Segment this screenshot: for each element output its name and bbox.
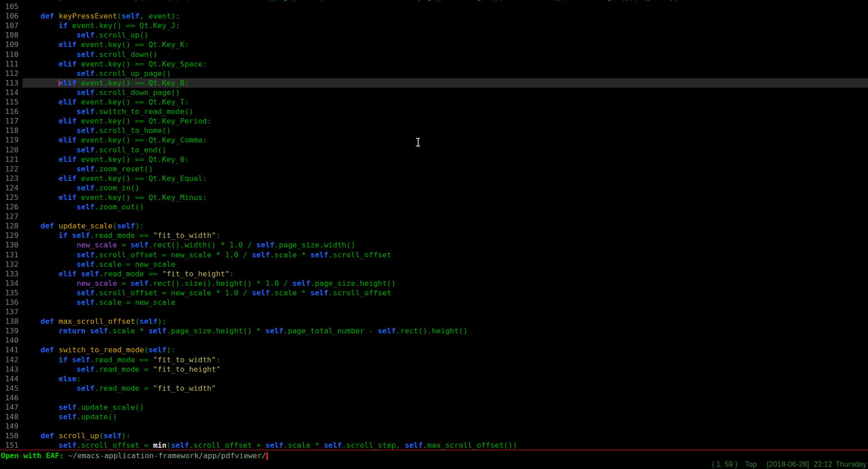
code-token: elif [58,174,76,183]
code-text[interactable]: self.scroll_offset = new_scale * 1.0 / s… [23,250,868,260]
code-line[interactable]: 150 def scroll_up(self): [0,431,868,441]
code-line[interactable]: 141 def switch_to_read_mode(self): [0,345,868,355]
code-text[interactable]: self.read_mode = "fit_to_height" [23,365,868,374]
code-text[interactable]: def scroll_up(self): [23,431,868,441]
code-line[interactable]: 119 elif event.key() == Qt.Key_Comma: [0,135,868,145]
code-line[interactable]: 137 [0,307,868,317]
code-text[interactable]: self.scroll_up_page() [23,69,868,78]
code-line[interactable]: 147 self.update_scale() [0,403,868,412]
code-line[interactable]: 138 def max_scroll_offset(self): [0,317,868,326]
code-line[interactable]: 123 elif event.key() == Qt.Key_Equal: [0,174,868,183]
code-line[interactable]: 117 elif event.key() == Qt.Key_Period: [0,116,868,126]
code-line[interactable]: 116 self.switch_to_read_mode() [0,107,868,116]
code-line[interactable]: 145 self.read_mode = "fit_to_width" [0,384,868,393]
code-text[interactable]: self.update_scale() [23,403,868,412]
code-line[interactable]: 136 self.scale = new_scale [0,298,868,307]
code-line[interactable]: 106 def keyPressEvent(self, event): [0,11,868,21]
code-text[interactable]: self.zoom_in() [23,183,868,193]
code-line[interactable]: 131 self.scroll_offset = new_scale * 1.0… [0,250,868,260]
code-text[interactable] [23,336,868,345]
code-text[interactable]: self.switch_to_read_mode() [23,107,868,116]
code-text[interactable] [23,393,868,403]
code-line[interactable]: 143 self.read_mode = "fit_to_height" [0,365,868,374]
code-text[interactable]: if self.read_mode == "fit_to_width": [23,355,868,365]
code-line[interactable]: 135 self.scroll_offset = new_scale * 1.0… [0,288,868,298]
code-text[interactable]: elif event.key() == Qt.Key_T: [23,97,868,107]
code-line[interactable]: 127 [0,212,868,221]
code-text[interactable]: self.scroll_offset = min(self.scroll_off… [23,441,868,450]
minibuffer[interactable]: Open with EAF: ~/emacs-application-frame… [1,451,268,461]
code-line[interactable]: 142 if self.read_mode == "fit_to_width": [0,355,868,365]
code-text[interactable]: new_scale = self.rect().width() * 1.0 / … [23,240,868,250]
code-line[interactable]: 133 elif self.read_mode == "fit_to_heigh… [0,269,868,279]
code-line[interactable]: 114 self.scroll_down_page() [0,88,868,97]
code-text[interactable] [23,307,868,317]
code-token: .scroll_step, [342,441,405,450]
code-text[interactable] [23,2,868,11]
code-line[interactable]: 140 [0,336,868,345]
code-line[interactable]: 129 if self.read_mode == "fit_to_width": [0,231,868,240]
code-line[interactable]: 146 [0,393,868,403]
code-text[interactable]: self.scroll_up() [23,30,868,40]
code-text[interactable]: elif event.key() == Qt.Key_Period: [23,116,868,126]
code-text[interactable]: self.zoom_out() [23,202,868,212]
code-text[interactable]: def max_scroll_offset(self): [23,317,868,326]
code-text[interactable]: def switch_to_read_mode(self): [23,345,868,355]
minibuffer-input[interactable]: ~/emacs-application-framework/app/pdfvie… [68,451,266,460]
code-line[interactable]: 144 else: [0,374,868,384]
code-line[interactable]: 121 elif event.key() == Qt.Key_0: [0,155,868,164]
code-text[interactable]: def update_scale(self): [23,221,868,231]
code-line[interactable]: 149 [0,422,868,431]
code-line[interactable]: 109 elif event.key() == Qt.Key_K: [0,40,868,49]
code-line[interactable]: 113 elif event.key() == Qt.Key_B: [0,78,868,88]
code-text[interactable]: if event.key() == Qt.Key_J: [23,21,868,30]
code-text[interactable]: elif event.key() == Qt.Key_Space: [23,59,868,69]
code-line[interactable]: 111 elif event.key() == Qt.Key_Space: [0,59,868,69]
code-line[interactable]: 139 return self.scale * self.page_size.h… [0,326,868,336]
code-line[interactable]: 112 self.scroll_up_page() [0,69,868,78]
code-line[interactable]: 105 [0,2,868,11]
code-text[interactable]: self.update() [23,412,868,422]
code-text[interactable]: new_scale = self.rect().size().height() … [23,279,868,288]
code-line[interactable]: 132 self.scale = new_scale [0,260,868,269]
code-text[interactable]: self.scroll_down() [23,50,868,59]
code-line[interactable]: 110 self.scroll_down() [0,50,868,59]
code-line[interactable]: 122 self.zoom_reset() [0,164,868,174]
code-text[interactable]: self.scale = new_scale [23,298,868,307]
code-line[interactable]: 118 self.scroll_to_home() [0,126,868,135]
code-text[interactable]: return self.scale * self.page_size.heigh… [23,326,868,336]
code-text[interactable] [23,212,868,221]
code-text[interactable]: def keyPressEvent(self, event): [23,11,868,21]
code-text[interactable]: elif event.key() == Qt.Key_Minus: [23,193,868,202]
code-text[interactable]: self.scale = new_scale [23,260,868,269]
code-text[interactable]: elif event.key() == Qt.Key_Equal: [23,174,868,183]
code-text[interactable]: elif event.key() == Qt.Key_K: [23,40,868,49]
code-line[interactable]: 108 self.scroll_up() [0,30,868,40]
code-text[interactable]: elif event.key() == Qt.Key_B: [23,78,868,88]
code-text[interactable]: elif event.key() == Qt.Key_Comma: [23,135,868,145]
code-lines[interactable]: painter.drawPixmap(QRect(0, (index - sel… [0,0,868,450]
code-text[interactable]: self.scroll_down_page() [23,88,868,97]
code-line[interactable]: 134 new_scale = self.rect().size().heigh… [0,279,868,288]
code-buffer[interactable]: painter.drawPixmap(QRect(0, (index - sel… [0,0,868,450]
code-text[interactable]: self.scroll_to_home() [23,126,868,135]
code-text[interactable]: if self.read_mode == "fit_to_width": [23,231,868,240]
code-text[interactable]: self.zoom_reset() [23,164,868,174]
code-line[interactable]: 115 elif event.key() == Qt.Key_T: [0,97,868,107]
code-line[interactable]: 148 self.update() [0,412,868,422]
code-line[interactable]: 130 new_scale = self.rect().width() * 1.… [0,240,868,250]
code-text[interactable]: self.read_mode = "fit_to_width" [23,384,868,393]
code-line[interactable]: 128 def update_scale(self): [0,221,868,231]
code-text[interactable]: else: [23,374,868,384]
code-text[interactable]: elif event.key() == Qt.Key_0: [23,155,868,164]
code-text[interactable]: self.scroll_offset = new_scale * 1.0 / s… [23,288,868,298]
code-line[interactable]: 125 elif event.key() == Qt.Key_Minus: [0,193,868,202]
code-text[interactable]: self.scroll_to_end() [23,145,868,155]
code-text[interactable]: elif self.read_mode == "fit_to_height": [23,269,868,279]
code-line[interactable]: 120 self.scroll_to_end() [0,145,868,155]
code-line[interactable]: 126 self.zoom_out() [0,202,868,212]
code-line[interactable]: 151 self.scroll_offset = min(self.scroll… [0,441,868,450]
code-text[interactable] [23,422,868,431]
code-line[interactable]: 124 self.zoom_in() [0,183,868,193]
code-line[interactable]: 107 if event.key() == Qt.Key_J: [0,21,868,30]
